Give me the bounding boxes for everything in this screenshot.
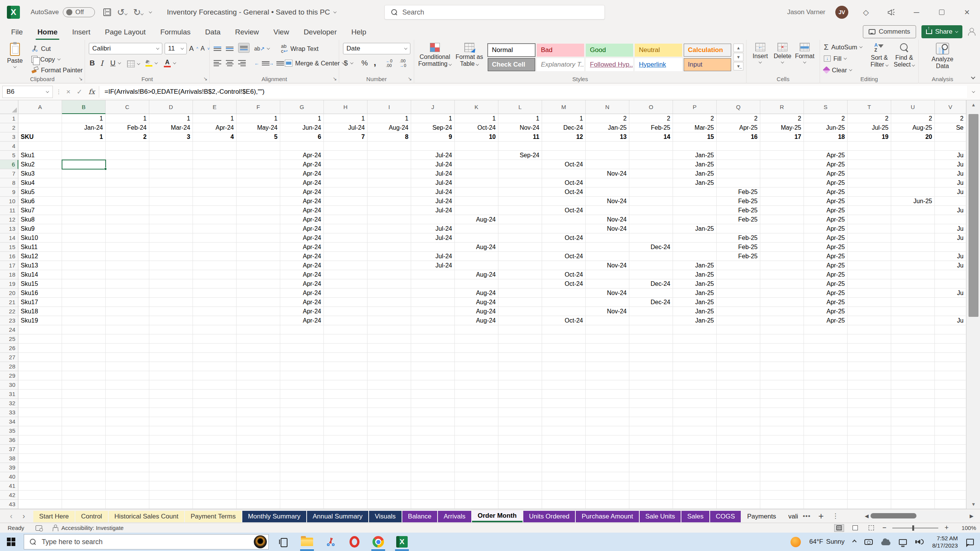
cell-U1[interactable]: 2 xyxy=(891,114,935,123)
cell-S23[interactable]: Apr-25 xyxy=(804,316,848,325)
cell-R35[interactable] xyxy=(760,426,804,435)
cell-I10[interactable] xyxy=(368,197,411,206)
cell-A3[interactable]: SKU xyxy=(18,132,62,142)
cell-G38[interactable] xyxy=(280,454,324,463)
cell-I23[interactable] xyxy=(368,316,411,325)
cell-B20[interactable] xyxy=(62,289,106,298)
cell-Q21[interactable] xyxy=(717,298,760,307)
chrome-icon[interactable] xyxy=(369,533,387,551)
cell-R5[interactable] xyxy=(760,151,804,160)
col-header-I[interactable]: I xyxy=(368,100,411,114)
cell-D6[interactable] xyxy=(149,160,193,169)
cell-K6[interactable] xyxy=(455,160,498,169)
cell-R33[interactable] xyxy=(760,408,804,417)
cell-M1[interactable]: 1 xyxy=(542,114,586,123)
col-header-A[interactable]: A xyxy=(18,100,62,114)
zoom-level[interactable]: 100% xyxy=(955,525,976,531)
cell-C13[interactable] xyxy=(106,224,149,233)
cell-N7[interactable]: Nov-24 xyxy=(586,169,629,178)
cell-E7[interactable] xyxy=(193,169,237,178)
cell-A40[interactable] xyxy=(18,472,62,481)
cell-C37[interactable] xyxy=(106,445,149,454)
cell-H25[interactable] xyxy=(324,334,368,344)
cell-M22[interactable] xyxy=(542,307,586,316)
cell-style-normal[interactable]: Normal xyxy=(488,44,535,57)
cell-D17[interactable] xyxy=(149,261,193,270)
cell-C4[interactable] xyxy=(106,142,149,151)
cell-N10[interactable]: Nov-24 xyxy=(586,197,629,206)
cell-S3[interactable]: 18 xyxy=(804,132,848,142)
cell-J17[interactable]: Jul-24 xyxy=(411,261,455,270)
cell-N18[interactable] xyxy=(586,270,629,279)
cell-T2[interactable]: Jul-25 xyxy=(848,123,891,132)
cell-B21[interactable] xyxy=(62,298,106,307)
cell-V7[interactable]: Ju xyxy=(935,169,966,178)
cell-B14[interactable] xyxy=(62,233,106,243)
cell-H18[interactable] xyxy=(324,270,368,279)
cell-C5[interactable] xyxy=(106,151,149,160)
cell-A14[interactable]: Sku10 xyxy=(18,233,62,243)
cell-L25[interactable] xyxy=(498,334,542,344)
cell-P42[interactable] xyxy=(673,491,717,500)
cell-Q43[interactable] xyxy=(717,500,760,509)
cell-Q26[interactable] xyxy=(717,344,760,353)
font-dialog-launcher-icon[interactable]: ↘ xyxy=(203,76,207,82)
col-header-M[interactable]: M xyxy=(542,100,586,114)
cell-C33[interactable] xyxy=(106,408,149,417)
row-header-43[interactable]: 43 xyxy=(0,500,18,509)
cell-J34[interactable] xyxy=(411,417,455,426)
cell-A20[interactable]: Sku16 xyxy=(18,289,62,298)
cell-Q22[interactable] xyxy=(717,307,760,316)
cell-P25[interactable] xyxy=(673,334,717,344)
notification-center-icon[interactable] xyxy=(966,539,974,545)
cell-E34[interactable] xyxy=(193,417,237,426)
ribbon-tab-file[interactable]: File xyxy=(4,24,30,40)
cell-F6[interactable] xyxy=(237,160,280,169)
cell-S41[interactable] xyxy=(804,481,848,491)
cell-M40[interactable] xyxy=(542,472,586,481)
cell-M42[interactable] xyxy=(542,491,586,500)
cell-E41[interactable] xyxy=(193,481,237,491)
cell-P16[interactable] xyxy=(673,252,717,261)
cell-I24[interactable] xyxy=(368,325,411,334)
cell-H5[interactable] xyxy=(324,151,368,160)
cell-E30[interactable] xyxy=(193,380,237,390)
cell-N13[interactable]: Nov-24 xyxy=(586,224,629,233)
cell-E37[interactable] xyxy=(193,445,237,454)
row-header-37[interactable]: 37 xyxy=(0,445,18,454)
cell-Q1[interactable]: 2 xyxy=(717,114,760,123)
cell-F3[interactable]: 5 xyxy=(237,132,280,142)
gallery-expand-icon[interactable]: ▼̲ xyxy=(733,62,743,70)
scroll-up-icon[interactable]: ▲ xyxy=(967,100,980,109)
row-header-5[interactable]: 5 xyxy=(0,151,18,160)
cell-N2[interactable]: Jan-25 xyxy=(586,123,629,132)
cell-H10[interactable] xyxy=(324,197,368,206)
cell-E2[interactable]: Apr-24 xyxy=(193,123,237,132)
row-header-14[interactable]: 14 xyxy=(0,233,18,243)
cell-I9[interactable] xyxy=(368,187,411,197)
row-header-30[interactable]: 30 xyxy=(0,380,18,390)
sheet-nav-left-icon[interactable]: ‹ xyxy=(10,512,13,520)
cell-T43[interactable] xyxy=(848,500,891,509)
cell-M33[interactable] xyxy=(542,408,586,417)
cell-L42[interactable] xyxy=(498,491,542,500)
cell-N38[interactable] xyxy=(586,454,629,463)
cell-F32[interactable] xyxy=(237,399,280,408)
cell-T19[interactable] xyxy=(848,279,891,289)
cell-T28[interactable] xyxy=(848,362,891,371)
cell-B40[interactable] xyxy=(62,472,106,481)
cell-I1[interactable]: 1 xyxy=(368,114,411,123)
cell-V6[interactable]: Ju xyxy=(935,160,966,169)
cell-style-hyperlink[interactable]: Hyperlink xyxy=(635,58,682,71)
save-icon[interactable] xyxy=(103,8,111,16)
cell-E19[interactable] xyxy=(193,279,237,289)
cell-S32[interactable] xyxy=(804,399,848,408)
cell-T25[interactable] xyxy=(848,334,891,344)
cell-H40[interactable] xyxy=(324,472,368,481)
cell-F7[interactable] xyxy=(237,169,280,178)
cell-S21[interactable]: Apr-25 xyxy=(804,298,848,307)
cell-M27[interactable] xyxy=(542,353,586,362)
cell-U27[interactable] xyxy=(891,353,935,362)
cell-I42[interactable] xyxy=(368,491,411,500)
cell-N9[interactable] xyxy=(586,187,629,197)
